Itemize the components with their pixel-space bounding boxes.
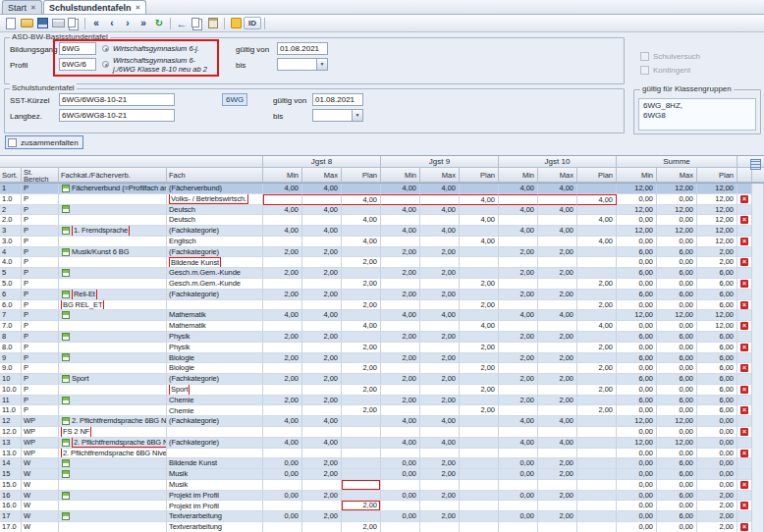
grid-cell[interactable] (577, 257, 617, 268)
delete-row-icon[interactable]: × (740, 481, 748, 489)
basis-bis-combo[interactable]: ▼ (277, 58, 328, 71)
copy-page-icon[interactable] (190, 16, 205, 30)
grid-cell[interactable] (577, 353, 617, 364)
kontingent-checkbox[interactable] (640, 66, 649, 75)
grid-cell[interactable] (577, 332, 617, 343)
grid-cell[interactable] (460, 353, 499, 364)
grid-cell[interactable] (342, 458, 381, 469)
grid-cell[interactable] (460, 205, 499, 216)
col-min-jgst10[interactable]: Min (499, 168, 538, 183)
grid-cell[interactable] (342, 310, 381, 321)
grid-cell[interactable]: 2,00 (342, 522, 381, 532)
grid-cell[interactable]: 4,00 (577, 194, 617, 205)
table-row[interactable]: 11PChemie2,002,002,002,002,002,006,006,0… (0, 396, 764, 406)
grid-cell[interactable] (342, 469, 381, 480)
grid-cell[interactable] (460, 268, 499, 279)
col-max-jgst8[interactable]: Max (302, 168, 342, 183)
previous-record-icon[interactable] (104, 16, 120, 30)
table-row[interactable]: 17WTextverarbeitung0,002,000,002,000,002… (0, 511, 764, 522)
grid-cell[interactable] (460, 491, 499, 502)
table-row[interactable]: 11.0PChemie2,002,002,000,000,006,00× (0, 405, 764, 416)
table-row[interactable]: 9.0PBiologie2,002,002,000,000,006,00× (0, 363, 764, 374)
table-row[interactable]: 7PMathematik4,004,004,004,004,004,0012,0… (0, 310, 764, 321)
grid-cell[interactable] (342, 449, 381, 459)
delete-row-icon[interactable]: × (740, 502, 748, 509)
grid-cell[interactable] (342, 268, 381, 279)
table-row[interactable]: 4.0PBildende Kunst2,000,000,002,00× (0, 257, 764, 268)
grid-cell[interactable]: 4,00 (460, 215, 499, 226)
grid-cell[interactable]: 2,00 (577, 385, 617, 396)
print-icon[interactable] (50, 16, 66, 30)
basis-gueltig-von-field[interactable]: 01.08.2021 (277, 42, 328, 55)
delete-row-icon[interactable]: × (740, 364, 748, 372)
table-row[interactable]: 2.0PDeutsch4,004,004,000,000,0012,00× (0, 215, 764, 226)
grid-cell[interactable]: 2,00 (577, 343, 617, 353)
tab-schulstundentafeln[interactable]: Schulstundentafeln ✕ (43, 0, 146, 14)
grid-cell[interactable] (342, 438, 381, 449)
collapse-columns-icon[interactable] (750, 159, 761, 170)
grid-cell[interactable] (342, 374, 381, 385)
copy-icon[interactable] (66, 16, 82, 30)
grid-cell[interactable] (577, 480, 617, 491)
grid-cell[interactable]: 2,00 (342, 385, 381, 396)
grid-cell[interactable] (460, 184, 499, 194)
delete-row-icon[interactable]: × (740, 344, 748, 351)
col-plan-jgst8[interactable]: Plan (342, 168, 381, 183)
delete-row-icon[interactable]: × (740, 386, 748, 394)
col-fach[interactable]: Fach (167, 168, 263, 183)
table-row[interactable]: 3.0PEnglisch4,004,004,000,000,0012,00× (0, 237, 764, 247)
chevron-down-icon[interactable]: ▼ (352, 110, 362, 121)
chevron-down-icon[interactable]: ▼ (316, 59, 327, 70)
grid-cell[interactable] (460, 416, 499, 427)
grid-cell[interactable] (577, 469, 617, 480)
grid-cell[interactable]: 2,00 (460, 385, 499, 396)
grid-cell[interactable] (577, 458, 617, 469)
grid-cell[interactable]: 4,00 (577, 215, 617, 226)
table-row[interactable]: 8.0PPhysik2,002,002,000,000,006,00× (0, 343, 764, 353)
table-row[interactable]: 13.0WP2. Pflichtfremdsprache 6BG Niveau … (0, 449, 764, 459)
grid-cell[interactable]: 2,00 (577, 300, 617, 311)
grid-cell[interactable] (460, 480, 499, 491)
tab-start[interactable]: Start ✕ (2, 0, 42, 14)
paste-icon[interactable] (205, 16, 221, 30)
close-tab-icon[interactable]: ✕ (135, 4, 140, 11)
delete-row-icon[interactable]: × (740, 406, 748, 414)
grid-cell[interactable] (577, 205, 617, 216)
col-plan-summe[interactable]: Plan (697, 168, 737, 183)
grid-cell[interactable]: 2,00 (342, 257, 381, 268)
col-fachkat[interactable]: Fachkat./Fächerverb. (59, 168, 167, 183)
delete-row-icon[interactable]: × (740, 258, 748, 266)
klassengruppen-list[interactable]: 6WG_8HZ, 6WG8 (638, 98, 756, 131)
grid-cell[interactable] (342, 290, 381, 300)
grid-cell[interactable] (460, 226, 499, 237)
table-row[interactable]: 14WBildende Kunst0,002,000,002,000,002,0… (0, 458, 764, 469)
sst-bis-combo[interactable]: ▼ (312, 109, 363, 122)
grid-cell[interactable]: 2,00 (342, 343, 381, 353)
delete-row-icon[interactable]: × (740, 428, 748, 436)
col-plan-jgst10[interactable]: Plan (577, 168, 617, 183)
grid-cell[interactable]: 4,00 (460, 194, 499, 205)
grid-cell[interactable]: 4,00 (342, 321, 381, 332)
table-row[interactable]: 13WP2. Pflichtfremdsprache 6BG Niveau N(… (0, 438, 764, 449)
sst-kuerzel-field[interactable]: 6WG/6WG8-10-21 (59, 93, 175, 106)
grid-cell[interactable]: 4,00 (342, 237, 381, 247)
grid-cell[interactable] (577, 501, 617, 511)
delete-row-icon[interactable]: × (740, 280, 748, 288)
grid-cell[interactable] (460, 511, 499, 522)
table-row[interactable]: 1.0PVolks- / Betriebswirtsch.4,004,004,0… (0, 194, 764, 205)
grid-cell[interactable] (460, 469, 499, 480)
delete-row-icon[interactable]: × (740, 238, 748, 245)
grid-cell[interactable] (460, 290, 499, 300)
schulversuch-checkbox[interactable] (640, 52, 649, 61)
grid-cell[interactable] (342, 480, 381, 491)
table-row[interactable]: 7.0PMathematik4,004,004,000,000,0012,00× (0, 321, 764, 332)
open-icon[interactable] (19, 16, 34, 30)
grid-cell[interactable] (342, 205, 381, 216)
grid-cell[interactable] (342, 332, 381, 343)
grid-cell[interactable]: 2,00 (342, 279, 381, 290)
grid-cell[interactable] (460, 374, 499, 385)
langbez-field[interactable]: 6WG/6WG8-10-21 (59, 109, 175, 122)
close-tab-icon[interactable]: ✕ (30, 4, 36, 11)
grid-cell[interactable] (342, 184, 381, 194)
col-max-summe[interactable]: Max (657, 168, 697, 183)
